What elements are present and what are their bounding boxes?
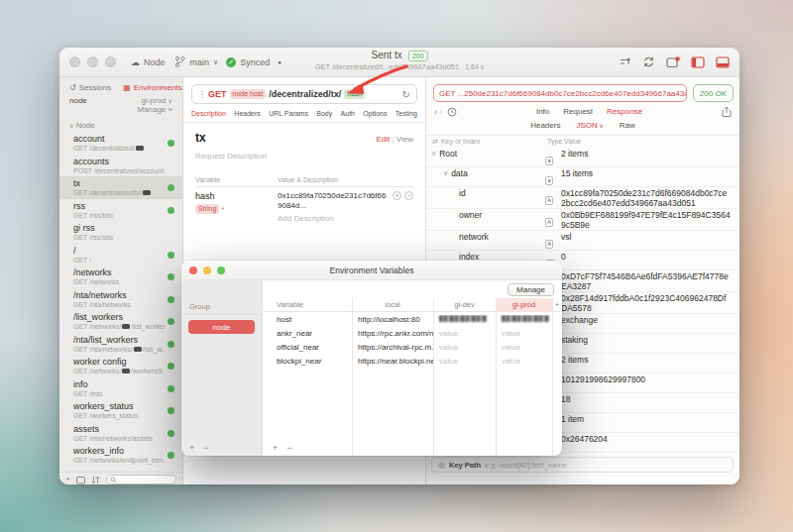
export-icon[interactable] [619, 55, 631, 68]
minimize-button[interactable] [87, 56, 98, 67]
group-pill-node[interactable]: node [188, 320, 255, 334]
sidebar-item-networks[interactable]: /networksGET /networks [59, 266, 182, 288]
value-placeholder[interactable]: value [439, 357, 458, 366]
modal-zoom-button[interactable] [217, 266, 225, 274]
variable-value[interactable]: http://localhost:80 [358, 315, 420, 324]
add-request-button[interactable]: + [65, 475, 70, 483]
variable-name[interactable]: blockpi_near [263, 357, 352, 366]
project-selector[interactable]: ☁ Node [131, 57, 166, 67]
sidebar-item-nta-networks[interactable]: /nta/networksGET /nta/networks [59, 288, 182, 311]
sidebar-item-account[interactable]: accountGET /decentralized/ [59, 132, 182, 155]
sidebar-item-assets[interactable]: assetsGET /nta/networks/assets [59, 422, 182, 445]
sidebar-item-accounts[interactable]: accountsPOST /decentralized/accounts [59, 155, 182, 177]
sync-status[interactable]: ✓ Synced [226, 57, 270, 67]
variable-name[interactable]: ankr_near [263, 329, 352, 338]
value-placeholder[interactable]: value [502, 343, 520, 352]
view-button[interactable]: View [396, 135, 413, 144]
sidebar-search-input[interactable] [106, 475, 176, 484]
sidebar-item-item[interactable]: /GET / [59, 244, 182, 266]
add-variable-button[interactable]: + [273, 443, 278, 453]
sidebar-item-list-workers[interactable]: /list_workersGET /networks//list_workers [59, 310, 182, 333]
modal-minimize-button[interactable] [203, 266, 211, 274]
keypath-input[interactable] [485, 461, 727, 470]
env-column-local[interactable]: local [352, 300, 433, 309]
expand-all-icon[interactable]: ⇄ [432, 138, 438, 146]
json-row-owner[interactable]: ownerA0x0Bb9EF688199f947E79fE4c15F894C35… [426, 209, 739, 231]
zoom-button[interactable] [105, 56, 116, 67]
add-description-placeholder[interactable]: Add Description [278, 214, 413, 223]
sidebar-item-tx[interactable]: txGET /decentralized/tx/ [59, 176, 182, 199]
sort-icon[interactable] [91, 476, 100, 484]
tab-description[interactable]: Description [191, 110, 226, 117]
url-variable-host-chip[interactable]: node host [230, 89, 267, 99]
variable-name[interactable]: host [263, 315, 352, 324]
param-remove-icon[interactable]: − [404, 191, 413, 200]
env-column-variable[interactable]: Variable [263, 300, 352, 309]
remove-variable-button[interactable]: − [286, 443, 291, 453]
notifications-icon[interactable] [666, 56, 680, 68]
env-row-host[interactable]: hosthttp://localhost:80 [263, 312, 562, 326]
tab-body[interactable]: Body [316, 110, 332, 117]
sidebar-item-workers-info[interactable]: workers_infoGET /networks/endpoint_cen..… [59, 444, 182, 467]
remove-group-button[interactable]: − [203, 443, 208, 453]
sidebar-item-workers-status[interactable]: workers_statusGET /workers_status [59, 399, 182, 422]
history-forward-icon[interactable]: › [440, 107, 443, 117]
env-column-gi-prod[interactable]: gi-prod [496, 298, 552, 312]
tab-headers[interactable]: Headers [234, 110, 260, 117]
sidebar-item-worker-config[interactable]: worker configGET /networks//workers/li..… [59, 355, 182, 377]
env-column-gi-dev[interactable]: gi-dev [433, 300, 496, 309]
request-method[interactable]: GET [208, 89, 227, 99]
value-placeholder[interactable]: value [502, 329, 520, 338]
sidebar-item-info[interactable]: infoGET /info [59, 377, 182, 400]
variable-name[interactable]: official_near [263, 343, 352, 352]
response-request-summary[interactable]: GET ...250de231c7d6f669084db0c7ce2bcc2cd… [433, 84, 687, 102]
add-environment-button[interactable]: + [552, 300, 562, 309]
sidebar-item-nta-list-workers[interactable]: /nta/list_workersGET /nta/networks//list… [59, 333, 182, 356]
tab-headers[interactable]: Headers [530, 121, 560, 130]
tab-response[interactable]: Response [607, 107, 642, 116]
json-row-network[interactable]: networkAvsl [426, 231, 739, 251]
env-manage-link[interactable]: Manage » [59, 105, 182, 116]
tab-testing[interactable]: Testing [396, 110, 417, 117]
tab-auth[interactable]: Auth [341, 110, 355, 117]
param-value[interactable]: 0x1cc89fa70250de231c7d6f669084d... [278, 191, 390, 211]
sidebar-item-rss[interactable]: rssGET /rss/bbc [59, 199, 182, 222]
request-description-placeholder[interactable]: Request Description [195, 152, 413, 160]
variable-value[interactable]: https://rpc.ankr.com/n... [358, 329, 433, 338]
param-insert-icon[interactable]: + [393, 191, 401, 200]
param-type-badge[interactable]: String [195, 204, 219, 214]
branch-selector[interactable]: main ∨ [173, 55, 219, 68]
tab-environments[interactable]: ▦ Environments [123, 83, 181, 92]
edit-button[interactable]: Edit [376, 135, 390, 144]
history-back-icon[interactable]: ‹ [434, 107, 437, 117]
url-path[interactable]: /decentralized/tx/ [269, 89, 341, 99]
new-folder-icon[interactable] [76, 476, 85, 484]
chevron-down-icon[interactable]: ∨ [431, 149, 436, 159]
param-name[interactable]: hash [195, 191, 278, 201]
value-placeholder[interactable]: value [439, 329, 458, 338]
history-clock-icon[interactable] [447, 107, 457, 117]
manage-button[interactable]: Manage [508, 283, 554, 296]
env-selector[interactable]: gi-prod ∨ [141, 96, 172, 105]
tab-sessions[interactable]: ↺ Sessions [69, 83, 111, 92]
env-row-official-near[interactable]: official_nearhttps://archival-rpc.m...va… [263, 340, 562, 354]
variable-value[interactable]: https://archival-rpc.m... [358, 343, 433, 352]
chevron-down-icon[interactable]: ∨ [443, 168, 448, 178]
close-button[interactable] [69, 56, 80, 67]
json-row-data[interactable]: ∨data≡15 items [426, 167, 739, 187]
env-row-ankr-near[interactable]: ankr_nearhttps://rpc.ankr.com/n...valuev… [263, 326, 562, 340]
tab-raw[interactable]: Raw [620, 121, 635, 130]
tab-info[interactable]: Info [536, 107, 549, 116]
modal-close-button[interactable] [189, 266, 197, 274]
json-row-id[interactable]: idA0x1cc89fa70250de231c7d6f669084db0c7ce… [426, 187, 739, 209]
sidebar-item-gi-rss[interactable]: gi rssGET /rss/sbc [59, 221, 182, 244]
share-icon[interactable] [722, 106, 732, 117]
variable-value[interactable]: https://near.blockpi.ne... [358, 357, 433, 366]
add-group-button[interactable]: + [189, 443, 194, 453]
value-placeholder[interactable]: value [502, 357, 520, 366]
method-menu-icon[interactable]: ⋮ [198, 90, 206, 99]
tab-json[interactable]: JSON ∨ [576, 121, 603, 130]
json-row-root[interactable]: ∨Root≡2 items [426, 148, 739, 167]
sync-icon[interactable] [642, 55, 655, 68]
layout-sidebar-icon[interactable] [691, 56, 705, 68]
